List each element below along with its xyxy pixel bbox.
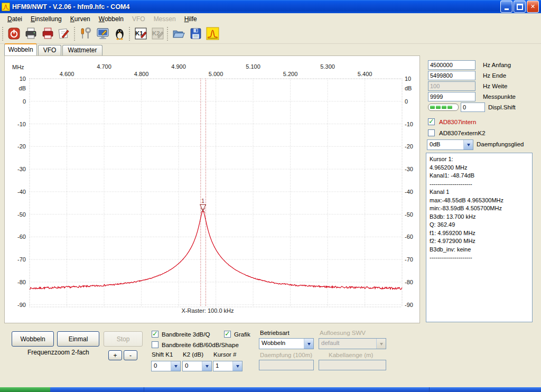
menu-hilfe[interactable]: Hilfe	[180, 14, 201, 24]
aufloesung-swv-label: Aufloesung SWV	[320, 330, 366, 336]
penguin-icon	[113, 27, 126, 40]
close-button[interactable]: ✕	[527, 1, 539, 13]
svg-text:-80: -80	[17, 279, 26, 285]
hz-weite-label: Hz Weite	[483, 83, 507, 89]
toolbar-handle[interactable]	[74, 27, 77, 41]
kabellaenge-input	[319, 360, 386, 370]
svg-text:-20: -20	[17, 143, 26, 150]
minimize-button[interactable]	[500, 1, 512, 13]
einmal-button[interactable]: Einmal	[57, 331, 99, 347]
grafik-checkbox[interactable]: ✓	[224, 331, 231, 338]
toolbar-handle[interactable]	[2, 27, 5, 41]
displ-shift-input[interactable]	[461, 102, 485, 112]
bandbreite-3db-checkbox[interactable]: ✓	[152, 331, 158, 338]
svg-text:4.700: 4.700	[97, 63, 111, 70]
chevron-down-icon[interactable]	[171, 361, 180, 371]
sweep-chart[interactable]: MHz4.6004.7004.8004.9005.0005.1005.2005.…	[4, 55, 420, 323]
sweep-curve-button[interactable]	[205, 26, 220, 41]
tab-wattmeter[interactable]: Wattmeter	[62, 45, 102, 55]
menu-wobbeln[interactable]: Wobbeln	[95, 14, 128, 24]
svg-text:-10: -10	[405, 121, 413, 127]
svg-text:dB: dB	[19, 85, 26, 91]
cursor-info-text: Kursor 1: 4.965200 MHz Kanal1: -48.74dB …	[426, 153, 532, 264]
svg-text:-40: -40	[405, 189, 413, 195]
chevron-down-icon[interactable]	[202, 361, 211, 371]
hz-ende-input[interactable]	[428, 71, 475, 80]
svg-text:-30: -30	[405, 166, 413, 172]
ad8307-extern-checkbox[interactable]: ✓	[428, 129, 435, 136]
kanal2-edit-button-disabled: K2	[150, 26, 165, 41]
toolbar-handle[interactable]	[129, 27, 132, 41]
svg-text:5.200: 5.200	[283, 71, 298, 77]
title-bar[interactable]: HFM9/NWT - V.2.06 - hfm9.hfc - COM4 ✕	[0, 0, 541, 13]
k2-icon-disabled: K2	[151, 27, 164, 40]
svg-text:-80: -80	[405, 279, 413, 285]
start-button[interactable]	[0, 387, 50, 392]
daempfung-100m-label: Daempfung (100m)	[260, 352, 312, 358]
tab-strip: Wobbeln VFO Wattmeter	[0, 43, 421, 55]
tab-wobbeln[interactable]: Wobbeln	[4, 43, 37, 55]
chevron-down-icon[interactable]	[463, 140, 473, 150]
chart-canvas[interactable]: MHz4.6004.7004.8004.9005.0005.1005.2005.…	[5, 56, 419, 323]
folder-open-icon	[172, 27, 185, 40]
print-button[interactable]	[23, 26, 38, 41]
kursor-nr-select[interactable]: 1	[213, 361, 242, 371]
menu-vfo: VFO	[128, 14, 150, 24]
zoom-minus-button[interactable]: -	[124, 350, 137, 360]
svg-text:dB: dB	[405, 85, 412, 91]
chevron-down-icon[interactable]	[232, 361, 242, 371]
toolbar-handle[interactable]	[167, 27, 170, 41]
svg-text:4.900: 4.900	[171, 63, 186, 70]
chevron-down-icon[interactable]	[304, 339, 313, 349]
printer-red-icon	[41, 27, 54, 40]
settings-tools-button[interactable]	[78, 26, 93, 41]
print-red-button[interactable]	[40, 26, 55, 41]
shift-k1-select[interactable]: 0	[151, 361, 181, 371]
bandbreite-6db-label: Bandbreite 6dB/60dB/Shape	[162, 342, 239, 348]
taskbar[interactable]	[0, 387, 541, 392]
window-title: HFM9/NWT - V.2.06 - hfm9.hfc - COM4	[12, 3, 500, 11]
svg-text:10: 10	[405, 76, 411, 82]
power-exit-button[interactable]	[6, 26, 21, 41]
screen-pencil-icon	[96, 27, 109, 40]
menu-einstellung[interactable]: Einstellung	[26, 14, 66, 24]
svg-text:MHz: MHz	[12, 64, 24, 70]
svg-text:4.600: 4.600	[60, 71, 74, 77]
ad8307-intern-checkbox[interactable]: ✓	[428, 118, 435, 125]
daempfungsglied-select[interactable]: 0dB	[427, 139, 473, 150]
save-file-button[interactable]	[188, 26, 203, 41]
bandbreite-3db-label: Bandbreite 3dB/Q	[162, 331, 210, 338]
menu-datei[interactable]: Datei	[3, 14, 26, 24]
wobbeln-button[interactable]: Wobbeln	[12, 331, 54, 347]
svg-text:5.300: 5.300	[320, 63, 335, 70]
svg-text:0: 0	[405, 98, 408, 105]
daempfungsglied-label: Daempfungsglied	[477, 141, 524, 147]
k2-db-select[interactable]: 0	[182, 361, 212, 371]
svg-text:X-Raster: 100.0 kHz: X-Raster: 100.0 kHz	[181, 307, 234, 314]
power-icon	[7, 27, 21, 40]
hz-anfang-input[interactable]	[428, 60, 475, 70]
kanal1-edit-button[interactable]: K1	[133, 26, 148, 41]
linux-penguin-button[interactable]	[112, 26, 127, 41]
printer-icon	[24, 27, 38, 40]
svg-text:0: 0	[23, 98, 26, 105]
display-settings-button[interactable]	[95, 26, 110, 41]
svg-text:5.100: 5.100	[246, 63, 260, 70]
hz-weite-input	[428, 81, 475, 91]
tab-vfo[interactable]: VFO	[38, 45, 61, 55]
grafik-label: Grafik	[234, 331, 250, 338]
messpunkte-input[interactable]	[428, 92, 475, 101]
sweep-progress-bar	[428, 104, 459, 111]
open-file-button[interactable]	[171, 26, 186, 41]
betriebsart-select[interactable]: Wobbeln	[259, 338, 314, 349]
menu-kurven[interactable]: Kurven	[66, 14, 95, 24]
maximize-button[interactable]	[514, 1, 526, 13]
zoom-plus-button[interactable]: +	[108, 350, 122, 360]
svg-text:-70: -70	[17, 256, 26, 263]
bandbreite-6db-checkbox[interactable]: ✓	[152, 341, 158, 348]
svg-text:5.000: 5.000	[209, 71, 223, 77]
edit-note-button[interactable]	[56, 26, 71, 41]
svg-text:-20: -20	[405, 143, 413, 150]
chevron-down-icon	[376, 339, 386, 349]
app-icon	[2, 3, 10, 11]
